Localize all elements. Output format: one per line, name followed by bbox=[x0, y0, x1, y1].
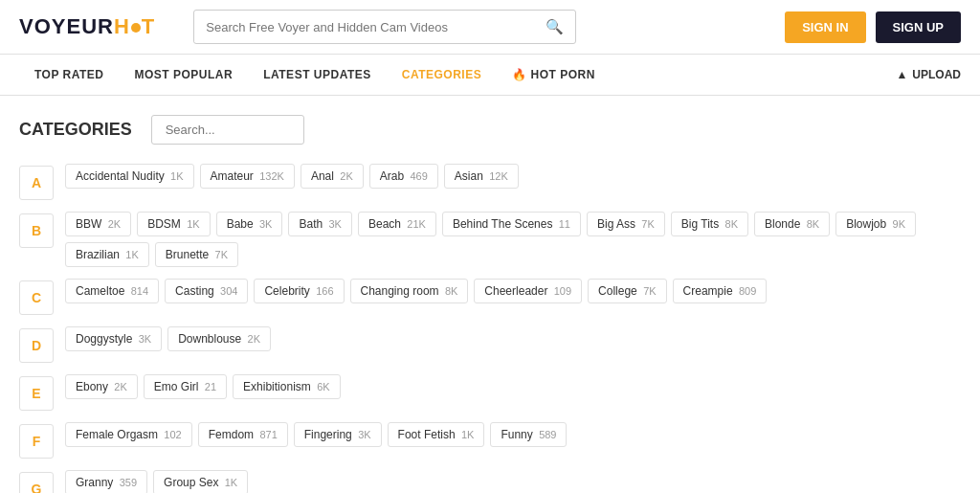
tags-container-a: Accidental Nudity 1KAmateur 132KAnal 2KA… bbox=[65, 164, 519, 189]
nav-item-latest-updates[interactable]: LATEST UPDATES bbox=[248, 55, 387, 95]
tag-bbw[interactable]: BBW 2K bbox=[65, 212, 131, 236]
nav-item-top-rated[interactable]: TOP RATED bbox=[19, 55, 120, 95]
signin-button[interactable]: SIGN IN bbox=[785, 11, 865, 43]
tag-casting[interactable]: Casting 304 bbox=[165, 279, 248, 303]
tags-container-d: Doggystyle 3KDownblouse 2K bbox=[65, 326, 271, 351]
search-input[interactable] bbox=[194, 12, 534, 42]
letter-badge-b: B bbox=[19, 213, 54, 248]
logo-text-voyeur: VOYEUR bbox=[19, 14, 114, 38]
tag-college[interactable]: College 7K bbox=[588, 279, 667, 303]
tag-granny[interactable]: Granny 359 bbox=[65, 470, 147, 493]
tag-changing-room[interactable]: Changing room 8K bbox=[350, 279, 469, 303]
letter-section-a: AAccidental Nudity 1KAmateur 132KAnal 2K… bbox=[19, 164, 961, 200]
main-nav: TOP RATED MOST POPULAR LATEST UPDATES CA… bbox=[0, 55, 980, 96]
letter-badge-f: F bbox=[19, 424, 54, 459]
tag-amateur[interactable]: Amateur 132K bbox=[200, 164, 295, 189]
nav-item-hot-porn[interactable]: 🔥 HOT PORN bbox=[497, 55, 611, 95]
tag-exhibitionism[interactable]: Exhibitionism 6K bbox=[233, 374, 341, 399]
tag-fingering[interactable]: Fingering 3K bbox=[294, 422, 382, 447]
upload-label: UPLOAD bbox=[912, 68, 961, 81]
search-bar: 🔍 bbox=[193, 10, 576, 44]
tags-container-g: Granny 359Group Sex 1K bbox=[65, 470, 248, 493]
nav-item-most-popular[interactable]: MOST POPULAR bbox=[120, 55, 249, 95]
letter-badge-e: E bbox=[19, 376, 54, 411]
categories-list: AAccidental Nudity 1KAmateur 132KAnal 2K… bbox=[19, 164, 961, 493]
tag-emo-girl[interactable]: Emo Girl 21 bbox=[144, 374, 227, 399]
tag-group-sex[interactable]: Group Sex 1K bbox=[153, 470, 248, 493]
tags-container-b: BBW 2KBDSM 1KBabe 3KBath 3KBeach 21KBehi… bbox=[65, 212, 961, 267]
signup-button[interactable]: SIGN UP bbox=[876, 11, 961, 43]
category-search-input[interactable] bbox=[151, 115, 304, 145]
tags-container-c: Cameltoe 814Casting 304Celebrity 166Chan… bbox=[65, 279, 767, 303]
tag-behind-the-scenes[interactable]: Behind The Scenes 11 bbox=[442, 212, 581, 236]
upload-nav-item[interactable]: ▲ UPLOAD bbox=[896, 68, 961, 81]
tag-celebrity[interactable]: Celebrity 166 bbox=[254, 279, 344, 303]
letter-badge-d: D bbox=[19, 328, 54, 363]
tag-cameltoe[interactable]: Cameltoe 814 bbox=[65, 279, 159, 303]
tag-ebony[interactable]: Ebony 2K bbox=[65, 374, 138, 399]
main-content: CATEGORIES AAccidental Nudity 1KAmateur … bbox=[0, 96, 980, 493]
tag-female-orgasm[interactable]: Female Orgasm 102 bbox=[65, 422, 192, 447]
letter-section-c: CCameltoe 814Casting 304Celebrity 166Cha… bbox=[19, 279, 961, 315]
tag-foot-fetish[interactable]: Foot Fetish 1K bbox=[388, 422, 485, 447]
tag-femdom[interactable]: Femdom 871 bbox=[198, 422, 288, 447]
tag-blonde[interactable]: Blonde 8K bbox=[754, 212, 830, 236]
letter-section-e: EEbony 2KEmo Girl 21Exhibitionism 6K bbox=[19, 374, 961, 411]
page-title: CATEGORIES bbox=[19, 120, 132, 140]
tag-creampie[interactable]: Creampie 809 bbox=[673, 279, 768, 303]
tag-cheerleader[interactable]: Cheerleader 109 bbox=[474, 279, 582, 303]
tag-bath[interactable]: Bath 3K bbox=[288, 212, 352, 236]
tag-big-tits[interactable]: Big Tits 8K bbox=[671, 212, 748, 236]
letter-section-g: GGranny 359Group Sex 1K bbox=[19, 470, 961, 493]
tag-big-ass[interactable]: Big Ass 7K bbox=[587, 212, 665, 236]
logo-text-h: H bbox=[114, 14, 130, 38]
tag-anal[interactable]: Anal 2K bbox=[301, 164, 364, 189]
logo[interactable]: VOYEURHT bbox=[19, 14, 155, 39]
upload-icon: ▲ bbox=[896, 68, 907, 81]
letter-section-b: BBBW 2KBDSM 1KBabe 3KBath 3KBeach 21KBeh… bbox=[19, 212, 961, 267]
logo-dot-icon bbox=[131, 23, 141, 33]
letter-badge-g: G bbox=[19, 472, 54, 493]
tag-brazilian[interactable]: Brazilian 1K bbox=[65, 242, 149, 267]
tag-accidental-nudity[interactable]: Accidental Nudity 1K bbox=[65, 164, 194, 189]
tag-funny[interactable]: Funny 589 bbox=[490, 422, 567, 447]
tag-asian[interactable]: Asian 12K bbox=[444, 164, 519, 189]
nav-item-categories[interactable]: CATEGORIES bbox=[387, 55, 497, 95]
tag-babe[interactable]: Babe 3K bbox=[216, 212, 283, 236]
header-buttons: SIGN IN SIGN UP bbox=[785, 11, 961, 43]
tag-doggystyle[interactable]: Doggystyle 3K bbox=[65, 326, 162, 351]
tags-container-e: Ebony 2KEmo Girl 21Exhibitionism 6K bbox=[65, 374, 341, 399]
letter-section-f: FFemale Orgasm 102Femdom 871Fingering 3K… bbox=[19, 422, 961, 459]
tag-blowjob[interactable]: Blowjob 9K bbox=[835, 212, 916, 236]
tag-beach[interactable]: Beach 21K bbox=[358, 212, 436, 236]
tag-arab[interactable]: Arab 469 bbox=[369, 164, 438, 189]
logo-text-t: T bbox=[142, 14, 155, 38]
letter-section-d: DDoggystyle 3KDownblouse 2K bbox=[19, 326, 961, 363]
header: VOYEURHT 🔍 SIGN IN SIGN UP bbox=[0, 0, 980, 55]
tag-downblouse[interactable]: Downblouse 2K bbox=[167, 326, 271, 351]
page-header: CATEGORIES bbox=[19, 115, 961, 145]
tag-bdsm[interactable]: BDSM 1K bbox=[137, 212, 210, 236]
search-button[interactable]: 🔍 bbox=[534, 11, 575, 43]
letter-badge-c: C bbox=[19, 280, 54, 315]
letter-badge-a: A bbox=[19, 166, 54, 200]
tags-container-f: Female Orgasm 102Femdom 871Fingering 3KF… bbox=[65, 422, 567, 447]
tag-brunette[interactable]: Brunette 7K bbox=[155, 242, 238, 267]
